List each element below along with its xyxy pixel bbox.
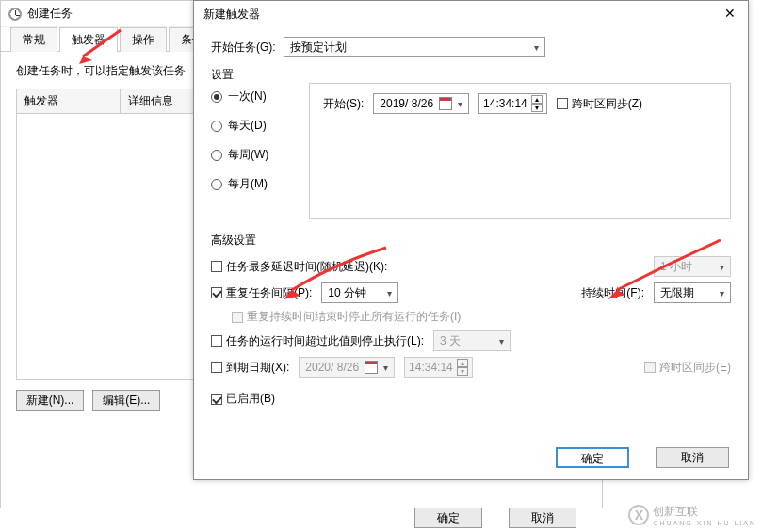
spinner-icon: ▴▾: [457, 359, 468, 376]
duration-combo[interactable]: 无限期▾: [654, 282, 731, 303]
advanced-label: 高级设置: [211, 233, 731, 249]
settings-box: 开始(S): 2019/ 8/26 ▾ 14:34:14 ▴▾ 跨时区同步(Z): [309, 83, 731, 219]
settings-wrap: 一次(N) 每天(D) 每周(W) 每月(M) 开始(S): 2019/ 8/2…: [211, 83, 731, 219]
checkbox-icon: [211, 261, 222, 272]
delay-checkbox[interactable]: 任务最多延迟时间(随机延迟)(K):: [211, 259, 387, 275]
checkbox-icon: [211, 287, 222, 298]
duration-label: 持续时间(F):: [581, 285, 644, 301]
start-row: 开始(S): 2019/ 8/26 ▾ 14:34:14 ▴▾ 跨时区同步(Z): [323, 93, 717, 114]
start-task-row: 开始任务(G): 按预定计划 ▾: [211, 37, 731, 57]
schedule-radio-group: 一次(N) 每天(D) 每周(W) 每月(M): [211, 83, 298, 219]
child-cancel-button[interactable]: 取消: [656, 447, 729, 468]
create-task-title: 创建任务: [27, 6, 73, 22]
checkbox-icon: [211, 394, 222, 405]
parent-ok-button[interactable]: 确定: [414, 508, 482, 528]
watermark-sub: CHUANG XIN HU LIAN: [653, 520, 756, 526]
expire-row: 到期日期(X): 2020/ 8/26 ▾ 14:34:14 ▴▾ 跨时区同步(…: [211, 357, 731, 378]
checkbox-icon: [644, 362, 656, 373]
child-ok-button[interactable]: 确定: [556, 447, 629, 468]
new-button[interactable]: 新建(N)...: [16, 390, 84, 411]
stop-all-checkbox: 重复持续时间结束时停止所有运行的任务(I): [232, 309, 461, 325]
radio-daily[interactable]: 每天(D): [211, 118, 298, 134]
calendar-icon: [365, 361, 378, 374]
watermark-brand: 创新互联: [653, 504, 756, 520]
start-task-combo[interactable]: 按预定计划 ▾: [284, 37, 545, 57]
watermark: X 创新互联 CHUANG XIN HU LIAN: [628, 504, 756, 526]
settings-label: 设置: [211, 67, 731, 83]
start-time-picker[interactable]: 14:34:14 ▴▾: [478, 93, 547, 114]
chevron-down-icon: ▾: [720, 288, 724, 298]
checkbox-icon: [232, 312, 243, 323]
checkbox-icon: [211, 335, 222, 347]
maxrun-combo: 3 天▾: [433, 330, 511, 351]
chevron-down-icon: ▾: [499, 336, 504, 347]
maxrun-checkbox[interactable]: 任务的运行时间超过此值则停止执行(L):: [211, 333, 424, 349]
radio-weekly[interactable]: 每周(W): [211, 147, 298, 163]
sync-tz-checkbox[interactable]: 跨时区同步(Z): [557, 96, 642, 112]
new-trigger-titlebar: 新建触发器 ✕: [194, 1, 748, 27]
tab-general[interactable]: 常规: [10, 27, 57, 52]
edit-button[interactable]: 编辑(E)...: [92, 390, 160, 411]
tab-actions[interactable]: 操作: [120, 27, 167, 52]
watermark-logo-icon: X: [628, 505, 649, 525]
checkbox-icon: [557, 98, 568, 109]
new-trigger-dialog: 新建触发器 ✕ 开始任务(G): 按预定计划 ▾ 设置 一次(N) 每天(D) …: [193, 0, 749, 480]
close-icon[interactable]: ✕: [721, 6, 738, 23]
radio-dot-icon: [211, 150, 222, 161]
checkbox-icon: [211, 362, 222, 373]
parent-cancel-button[interactable]: 取消: [509, 508, 576, 528]
child-button-row: 确定 取消: [556, 447, 735, 468]
expire-sync-checkbox: 跨时区同步(E): [644, 360, 731, 376]
expire-time-picker: 14:34:14 ▴▾: [404, 357, 473, 378]
enabled-checkbox[interactable]: 已启用(B): [211, 391, 275, 407]
start-label: 开始(S):: [323, 96, 364, 112]
start-date-picker[interactable]: 2019/ 8/26 ▾: [373, 93, 469, 114]
start-task-value: 按预定计划: [290, 40, 347, 56]
new-trigger-title: 新建触发器: [203, 7, 260, 23]
clock-icon: [8, 8, 22, 21]
calendar-icon: [439, 97, 452, 110]
chevron-down-icon: ▾: [387, 288, 392, 298]
radio-once[interactable]: 一次(N): [211, 89, 298, 105]
delay-combo: 1 小时▾: [654, 256, 731, 277]
child-body: 开始任务(G): 按预定计划 ▾ 设置 一次(N) 每天(D) 每周(W) 每月…: [194, 27, 748, 407]
spinner-icon: ▴▾: [531, 95, 543, 112]
col-trigger: 触发器: [17, 89, 121, 113]
chevron-down-icon: ▾: [534, 42, 539, 53]
radio-dot-icon: [211, 91, 222, 103]
start-task-label: 开始任务(G):: [211, 40, 276, 56]
repeat-row: 重复任务间隔(P): 10 分钟▾ 持续时间(F): 无限期▾: [211, 282, 731, 303]
chevron-down-icon: ▾: [383, 363, 388, 373]
radio-dot-icon: [211, 121, 222, 132]
enabled-row: 已启用(B): [211, 391, 731, 407]
radio-dot-icon: [211, 179, 222, 190]
chevron-down-icon: ▾: [720, 262, 724, 272]
chevron-down-icon: ▾: [458, 99, 462, 109]
expire-date-picker: 2020/ 8/26 ▾: [299, 357, 395, 378]
stop-all-row: 重复持续时间结束时停止所有运行的任务(I): [232, 309, 731, 325]
tab-triggers[interactable]: 触发器: [59, 27, 118, 52]
parent-bottom-buttons: 确定 取消: [0, 508, 603, 528]
repeat-checkbox[interactable]: 重复任务间隔(P):: [211, 285, 312, 301]
expire-checkbox[interactable]: 到期日期(X):: [211, 360, 289, 376]
delay-row: 任务最多延迟时间(随机延迟)(K): 1 小时▾: [211, 256, 731, 277]
repeat-combo[interactable]: 10 分钟▾: [321, 282, 398, 303]
maxrun-row: 任务的运行时间超过此值则停止执行(L): 3 天▾: [211, 330, 731, 351]
radio-monthly[interactable]: 每月(M): [211, 176, 298, 192]
